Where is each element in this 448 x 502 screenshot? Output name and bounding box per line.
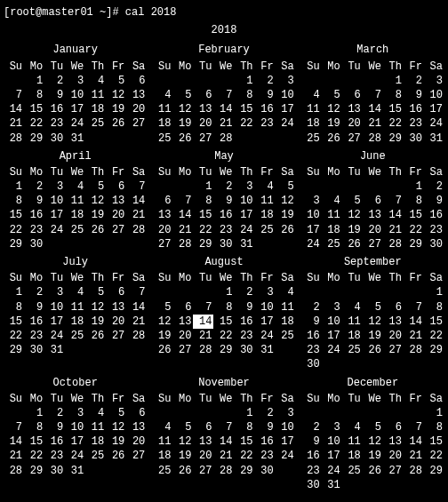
empty-cell [152,406,172,420]
day-cell: 10 [424,88,444,102]
day-cell: 18 [85,102,106,116]
day-cell: 15 [404,208,424,222]
day-cell: 26 [106,449,126,463]
day-cell: 13 [342,102,363,116]
day-cell: 22 [24,116,44,131]
day-cell: 16 [255,102,276,116]
day-cell: 14 [4,434,24,449]
day-cell: 21 [363,116,383,131]
day-cell: 3 [255,285,276,299]
day-header: Sa [126,392,147,406]
day-cell: 20 [383,329,404,343]
day-cell: 30 [24,343,44,357]
day-header: Su [301,60,322,74]
day-cell: 17 [44,315,65,329]
day-cell: 2 [404,74,424,88]
day-cell: 19 [342,223,363,237]
week-row: 2345678 [301,300,444,315]
day-cell: 12 [276,194,296,208]
day-cell: 16 [404,102,424,116]
month-name: January [4,43,147,57]
day-cell: 7 [126,285,147,299]
day-cell: 30 [424,237,444,251]
day-cell: 15 [213,315,234,329]
day-header: Tu [44,271,65,285]
day-cell: 30 [235,343,255,357]
day-cell: 28 [213,464,234,478]
day-cell: 6 [126,406,147,420]
day-cell: 18 [152,449,172,463]
day-cell: 9 [301,315,322,329]
day-cell: 12 [322,102,342,116]
day-cell: 29 [424,464,444,478]
day-header: Tu [44,60,65,74]
day-cell: 29 [213,343,234,357]
day-header: Tu [193,271,213,285]
empty-cell [276,464,296,478]
empty-cell [383,357,404,371]
empty-cell [363,478,383,492]
week-row: 25262728293031 [301,131,444,146]
day-cell: 28 [126,329,147,343]
empty-cell [301,74,322,88]
empty-cell [106,237,126,251]
week-row: 28293031 [4,131,147,146]
day-cell: 4 [85,74,106,88]
day-cell: 15 [235,102,255,116]
month-august: AugustSuMoTuWeThFrSa 1234567891011121314… [152,255,295,372]
month-name: February [152,43,295,57]
month-july: JulySuMoTuWeThFrSa1234567891011121314151… [4,255,147,372]
month-table: SuMoTuWeThFrSa12345678910111213141516171… [4,271,147,357]
day-cell: 17 [276,434,296,449]
day-header: Fr [404,392,424,406]
day-cell: 18 [342,329,363,343]
day-cell: 20 [383,449,404,463]
day-cell: 16 [44,102,65,116]
day-cell: 13 [126,420,147,434]
day-cell: 11 [65,194,85,208]
day-cell: 4 [301,88,322,102]
day-cell: 7 [126,179,147,194]
day-cell: 27 [126,116,147,131]
day-cell: 3 [235,179,255,194]
day-header: Sa [424,165,444,179]
day-cell: 26 [276,223,296,237]
day-cell: 24 [276,116,296,131]
day-header: Sa [276,165,296,179]
day-cell: 10 [44,300,65,315]
week-row: 21222324252627 [4,116,147,131]
day-cell: 6 [152,194,172,208]
empty-cell [106,131,126,146]
day-cell: 28 [383,237,404,251]
day-cell: 11 [85,88,106,102]
day-cell: 6 [363,194,383,208]
empty-cell [193,285,213,299]
day-cell: 19 [106,434,126,449]
day-header: Tu [342,392,363,406]
day-cell: 29 [4,237,24,251]
day-cell: 26 [172,464,193,478]
day-cell: 10 [44,194,65,208]
day-cell: 5 [85,285,106,299]
day-cell: 26 [85,223,106,237]
day-cell: 11 [322,208,342,222]
week-row: 123 [152,74,295,88]
day-cell: 18 [65,208,85,222]
day-cell: 4 [152,420,172,434]
day-cell: 11 [152,434,172,449]
day-cell: 22 [4,329,24,343]
empty-cell [126,464,147,478]
day-cell: 31 [322,478,342,492]
day-header: Fr [255,392,276,406]
empty-cell [193,74,213,88]
week-row: 45678910 [152,420,295,434]
day-cell: 13 [383,434,404,449]
day-cell: 24 [322,343,342,357]
month-january: JanuarySuMoTuWeThFrSa 123456789101112131… [4,43,147,145]
day-header: Mo [24,271,44,285]
day-cell: 14 [383,208,404,222]
month-table: SuMoTuWeThFrSa12345678910111213141516171… [4,165,147,251]
empty-cell [404,285,424,299]
day-cell: 8 [193,194,213,208]
day-cell: 5 [363,300,383,315]
